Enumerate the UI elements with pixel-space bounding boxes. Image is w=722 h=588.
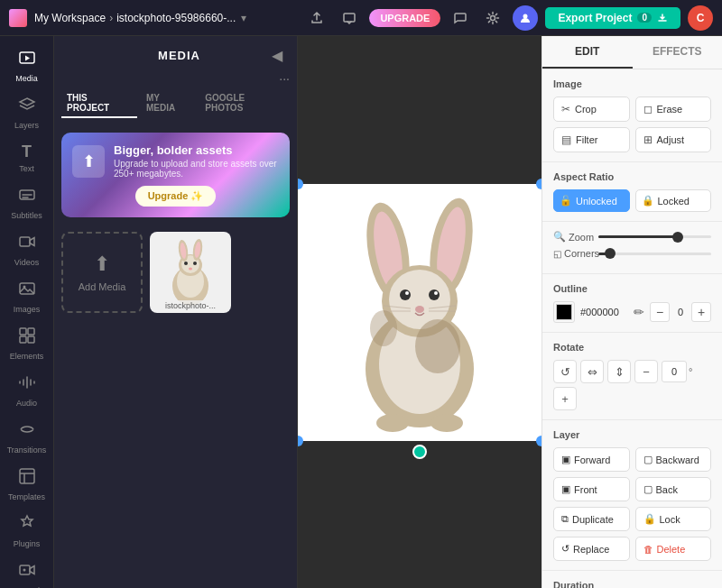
sidebar-item-label: Media <box>15 74 38 83</box>
erase-button[interactable]: ◻ Erase <box>635 96 712 122</box>
project-name[interactable]: istockphoto-95986660-... <box>116 12 236 24</box>
subtitles-icon <box>18 186 36 208</box>
corners-track[interactable] <box>598 253 711 255</box>
upgrade-button[interactable]: UPGRADE <box>369 9 440 27</box>
rotate-handle[interactable] <box>412 445 427 459</box>
user-icon[interactable] <box>513 5 538 31</box>
svg-point-46 <box>430 414 463 432</box>
tab-google-photos[interactable]: GOOGLE PHOTOS <box>199 89 290 118</box>
locked-button[interactable]: 🔒 Locked <box>635 189 712 212</box>
outline-increase-btn[interactable]: + <box>691 302 711 322</box>
outline-title: Outline <box>553 283 711 294</box>
zoom-corners-section: 🔍 Zoom ◱ Corners <box>542 222 722 274</box>
tab-my-media[interactable]: MY MEDIA <box>141 89 196 118</box>
crop-button[interactable]: ✂ Crop <box>553 96 630 122</box>
tab-this-project[interactable]: THIS PROJECT <box>61 89 137 118</box>
front-icon: ▣ <box>561 483 570 495</box>
aspect-ratio-title: Aspect Ratio <box>553 171 711 182</box>
adjust-button[interactable]: ⊞ Adjust <box>635 127 712 152</box>
dropdown-chevron-icon[interactable]: ▾ <box>241 12 246 24</box>
canvas-container[interactable] <box>298 184 542 441</box>
avatar[interactable]: C <box>688 5 713 31</box>
color-hex: #000000 <box>580 307 628 317</box>
outline-section: Outline #000000 ✏ − 0 + <box>542 274 722 333</box>
main-layout: Media Layers T Text Subtitles Videos <box>0 36 722 588</box>
svg-rect-9 <box>28 328 34 335</box>
upload-icon: ⬆ <box>72 145 105 178</box>
add-media-card[interactable]: ⬆ Add Media <box>61 232 143 313</box>
svg-rect-11 <box>28 336 34 343</box>
back-button[interactable]: ▢ Back <box>635 477 712 501</box>
front-button[interactable]: ▣ Front <box>553 477 630 501</box>
sidebar-item-videos[interactable]: Videos <box>4 227 51 272</box>
unlocked-button[interactable]: 🔓 Unlocked <box>553 189 630 212</box>
sidebar-item-elements[interactable]: Elements <box>4 321 51 366</box>
forward-button[interactable]: ▣ Forward <box>553 447 630 472</box>
sidebar-item-plugins[interactable]: Plugins <box>4 509 51 554</box>
sidebar-item-text[interactable]: T Text <box>4 137 51 179</box>
rotate-minus-btn[interactable]: − <box>634 360 658 383</box>
upgrade-cta-button[interactable]: Upgrade ✨ <box>135 186 217 207</box>
backward-button[interactable]: ▢ Backward <box>635 447 712 472</box>
sidebar-item-layers[interactable]: Layers <box>4 90 51 135</box>
workspace-name[interactable]: My Workspace <box>34 12 106 24</box>
rotate-input[interactable] <box>662 361 687 382</box>
layer-title: Layer <box>553 429 711 440</box>
breadcrumb-separator: › <box>109 12 113 24</box>
color-picker-icon[interactable]: ✏ <box>634 305 644 319</box>
sidebar-item-transitions[interactable]: Transitions <box>4 415 51 460</box>
svg-point-39 <box>434 291 438 295</box>
comment-icon[interactable] <box>448 5 473 31</box>
upgrade-banner: ⬆ Bigger, bolder assets Upgrade to uploa… <box>61 133 290 217</box>
flip-h-btn[interactable]: ⇔ <box>580 360 604 383</box>
svg-point-2 <box>523 14 528 18</box>
unlocked-icon: 🔓 <box>560 195 572 207</box>
export-button[interactable]: Export Project 0 <box>545 7 680 29</box>
forward-label: Forward <box>574 455 610 465</box>
color-swatch[interactable] <box>553 301 575 323</box>
rotate-ccw-btn[interactable]: ↺ <box>553 360 577 383</box>
canvas-image <box>298 184 542 441</box>
zoom-track[interactable] <box>598 235 711 238</box>
sidebar-item-label: Images <box>14 305 41 314</box>
flip-v-btn[interactable]: ⇕ <box>607 360 631 383</box>
media-panel-tabs: THIS PROJECT MY MEDIA GOOGLE PHOTOS <box>54 89 297 118</box>
svg-point-45 <box>376 414 409 432</box>
sidebar-item-media[interactable]: Media <box>4 43 51 88</box>
color-box <box>556 304 572 320</box>
duplicate-button[interactable]: ⧉ Duplicate <box>553 507 630 531</box>
rotate-plus-btn[interactable]: + <box>553 387 577 410</box>
zoom-thumb[interactable] <box>672 232 683 243</box>
replace-button[interactable]: ↺ Replace <box>553 537 630 561</box>
duration-section: Duration Select a duration to update the… <box>542 571 722 588</box>
sidebar-item-label: Text <box>19 164 34 173</box>
svg-point-36 <box>400 289 411 300</box>
media-grid: ⬆ Add Media <box>54 225 297 320</box>
svg-point-37 <box>405 291 409 295</box>
app-logo <box>9 9 27 27</box>
sidebar-item-record[interactable]: Record <box>4 556 51 588</box>
sidebar-item-templates[interactable]: Templates <box>4 462 51 507</box>
add-media-icon: ⬆ <box>94 253 110 276</box>
replace-label: Replace <box>573 544 609 555</box>
lock-button[interactable]: 🔒 Lock <box>635 507 712 531</box>
media-panel-close-icon[interactable]: ◀ <box>272 47 282 64</box>
sidebar-item-subtitles[interactable]: Subtitles <box>4 180 51 225</box>
resize-handle-br[interactable] <box>536 436 542 446</box>
delete-button[interactable]: 🗑 Delete <box>635 537 712 561</box>
sidebar-item-audio[interactable]: Audio <box>4 368 51 413</box>
outline-decrease-btn[interactable]: − <box>650 302 670 322</box>
settings-icon[interactable] <box>480 5 505 31</box>
media-thumbnail[interactable]: istockphoto-... <box>150 232 231 313</box>
plugins-icon <box>18 514 36 537</box>
corners-thumb[interactable] <box>605 248 616 259</box>
transitions-icon <box>18 420 36 443</box>
sidebar-item-images[interactable]: Images <box>4 274 51 319</box>
tab-effects[interactable]: EFFECTS <box>633 36 723 69</box>
media-options-icon[interactable]: ··· <box>279 71 290 86</box>
filter-button[interactable]: ▤ Filter <box>553 127 630 152</box>
tab-edit[interactable]: EDIT <box>542 36 633 69</box>
resize-handle-tr[interactable] <box>536 179 542 189</box>
present-icon[interactable] <box>337 5 362 31</box>
share-icon[interactable] <box>304 5 329 31</box>
